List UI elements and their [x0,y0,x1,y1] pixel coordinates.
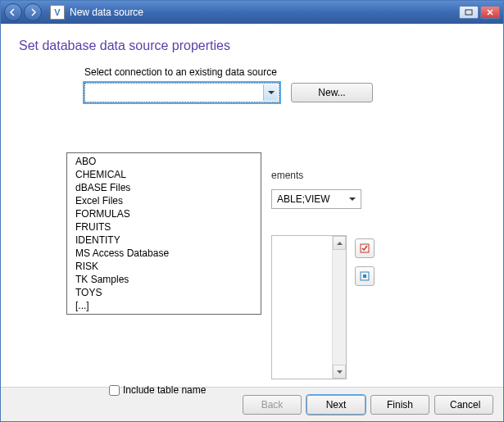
window-title: New data source [70,7,459,18]
footer: Back Next Finish Cancel [1,387,503,421]
chevron-down-icon [337,370,343,374]
content-area: Set database data source properties Sele… [1,24,503,387]
combobox-arrow[interactable] [263,84,278,101]
chevron-down-icon [349,197,356,202]
back-button: Back [243,395,302,415]
scrollbar[interactable] [332,236,346,379]
dropdown-item[interactable]: IDENTITY [67,234,261,247]
check-button[interactable] [355,238,375,258]
next-button[interactable]: Next [306,395,366,415]
finish-button[interactable]: Finish [370,395,429,415]
window-controls [459,6,500,19]
dropdown-item[interactable]: FORMULAS [67,207,261,220]
scroll-down-button[interactable] [333,365,346,379]
close-icon [486,9,494,16]
uncheck-button[interactable] [355,266,375,286]
cancel-button[interactable]: Cancel [434,395,493,415]
dropdown-item[interactable]: [...] [67,299,261,312]
dropdown-item[interactable]: Excel Files [67,194,261,207]
type-value: ABLE;VIEW [277,193,330,205]
connection-combobox[interactable] [84,83,279,102]
connection-dropdown-list: ABO CHEMICAL dBASE Files Excel Files FOR… [66,152,261,315]
dropdown-item[interactable]: MS Access Database [67,247,261,260]
connection-row: New... [84,83,485,102]
maximize-icon [465,9,473,16]
chevron-up-icon [337,242,343,245]
dropdown-item[interactable]: FRUITS [67,220,261,234]
check-icon [359,243,370,254]
dropdown-item[interactable]: TK Samples [67,273,261,286]
page-heading: Set database data source properties [19,39,485,53]
box-icon [359,270,370,282]
type-combobox[interactable]: ABLE;VIEW [271,189,361,209]
nav-forward-button[interactable] [24,3,42,21]
dropdown-item[interactable]: dBASE Files [67,181,261,194]
dropdown-item[interactable]: RISK [67,260,261,273]
elements-listbox[interactable] [271,235,347,379]
chevron-down-icon [268,91,275,95]
connection-label: Select connection to an existing data so… [84,66,485,78]
close-button[interactable] [480,6,500,19]
side-toolbar [355,238,375,286]
app-icon: V [50,5,65,20]
elements-label-partial: ements [271,170,303,181]
svg-rect-3 [363,275,366,278]
type-combobox-arrow[interactable] [346,192,359,206]
arrow-left-icon [9,8,17,16]
arrow-right-icon [29,8,37,16]
maximize-button[interactable] [459,6,479,19]
scroll-up-button[interactable] [333,236,346,250]
dropdown-item[interactable]: ABO [67,155,261,168]
nav-back-button[interactable] [4,3,22,21]
include-table-label: Include table name [123,384,206,396]
include-table-row: Include table name [109,384,206,396]
new-button[interactable]: New... [291,83,373,102]
include-table-checkbox[interactable] [109,385,120,396]
dialog-window: V New data source Set database data sour… [0,0,504,422]
dropdown-item[interactable]: CHEMICAL [67,168,261,181]
titlebar: V New data source [1,1,503,24]
dropdown-item[interactable]: TOYS [67,286,261,299]
svg-rect-0 [465,10,472,15]
